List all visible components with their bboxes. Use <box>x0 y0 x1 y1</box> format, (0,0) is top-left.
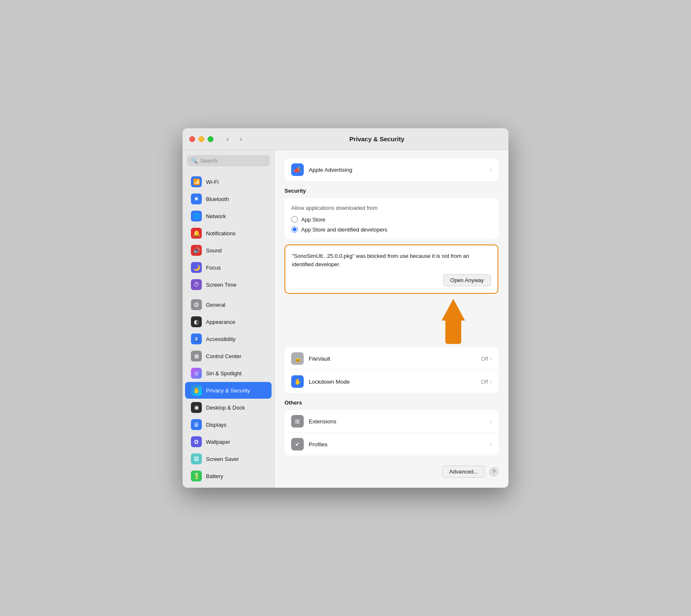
sidebar-item-label: Displays <box>206 422 226 428</box>
sidebar-item-label: Desktop & Dock <box>206 405 245 411</box>
apple-advertising-row[interactable]: 📣 Apple Advertising › <box>285 158 498 181</box>
security-section-title: Security <box>285 188 498 194</box>
lockdown-mode-value: Off <box>481 379 488 385</box>
displays-icon: 🖥 <box>191 419 202 430</box>
sidebar-item-label: Privacy & Security <box>206 387 250 394</box>
filevault-row[interactable]: 🔒 FileVault Off › <box>285 347 498 370</box>
sidebar-item-wallpaper[interactable]: ✿ Wallpaper <box>185 433 272 450</box>
sidebar-item-network[interactable]: 🌐 Network <box>185 208 272 224</box>
profiles-row[interactable]: ✔ Profiles › <box>285 433 498 456</box>
main-layout: 🔍 📶 Wi-Fi ✱ Bluetooth 🌐 Network <box>183 150 508 488</box>
sidebar-items: 📶 Wi-Fi ✱ Bluetooth 🌐 Network 🔔 Notifica… <box>183 171 274 486</box>
close-button[interactable] <box>189 136 195 142</box>
sidebar-item-screen-time[interactable]: ⏱ Screen Time <box>185 276 272 293</box>
focus-icon: 🌙 <box>191 262 202 273</box>
wifi-icon: 📶 <box>191 176 202 187</box>
sidebar-item-appearance[interactable]: ◐ Appearance <box>185 313 272 330</box>
others-section-title: Others <box>285 400 498 406</box>
profiles-icon: ✔ <box>291 438 304 451</box>
profiles-label: Profiles <box>309 441 490 448</box>
arrow-head-icon <box>442 299 465 321</box>
app-store-radio[interactable] <box>291 216 298 223</box>
open-anyway-button[interactable]: Open Anyway <box>443 274 491 286</box>
traffic-lights <box>189 136 213 142</box>
maximize-button[interactable] <box>208 136 213 142</box>
apple-advertising-card: 📣 Apple Advertising › <box>285 158 498 181</box>
privacy-security-icon: ✋ <box>191 385 202 396</box>
sidebar-item-focus[interactable]: 🌙 Focus <box>185 259 272 276</box>
sidebar-item-label: Battery <box>206 473 223 479</box>
sidebar-item-notifications[interactable]: 🔔 Notifications <box>185 225 272 242</box>
minimize-button[interactable] <box>198 136 204 142</box>
apple-advertising-label: Apple Advertising <box>309 167 490 173</box>
nav-buttons: ‹ › <box>222 133 247 145</box>
sidebar: 🔍 📶 Wi-Fi ✱ Bluetooth 🌐 Network <box>183 150 274 488</box>
app-store-label[interactable]: App Store <box>301 216 325 223</box>
lockdown-mode-row[interactable]: ✋ Lockdown Mode Off › <box>285 370 498 393</box>
extensions-label: Extensions <box>309 418 490 425</box>
app-store-identified-label[interactable]: App Store and identified developers <box>301 227 387 233</box>
control-center-icon: ▦ <box>191 351 202 361</box>
accessibility-icon: ♿ <box>191 333 202 344</box>
filevault-value: Off <box>481 356 488 362</box>
sidebar-item-screen-saver[interactable]: 🖼 Screen Saver <box>185 451 272 467</box>
sidebar-item-label: Bluetooth <box>206 196 229 202</box>
chevron-right-icon: › <box>490 418 492 425</box>
sidebar-item-sound[interactable]: 🔊 Sound <box>185 242 272 259</box>
sidebar-item-label: Siri & Spotlight <box>206 370 241 377</box>
desktop-dock-icon: ▣ <box>191 402 202 413</box>
bluetooth-icon: ✱ <box>191 193 202 204</box>
back-button[interactable]: ‹ <box>222 133 234 145</box>
blocked-message-box: "SonoSimUlt...25.0.0.pkg" was blocked fr… <box>285 244 498 294</box>
bottom-bar: Advanced... ? <box>285 461 498 479</box>
radio-row-app-store: App Store <box>291 216 492 223</box>
search-input[interactable] <box>200 158 266 164</box>
sidebar-item-privacy-security[interactable]: ✋ Privacy & Security <box>185 382 272 399</box>
sidebar-item-label: Focus <box>206 265 221 271</box>
sidebar-item-general[interactable]: ⚙ General <box>185 296 272 313</box>
screen-saver-icon: 🖼 <box>191 453 202 464</box>
filevault-label: FileVault <box>309 356 481 362</box>
sidebar-item-accessibility[interactable]: ♿ Accessibility <box>185 331 272 347</box>
sidebar-item-displays[interactable]: 🖥 Displays <box>185 416 272 433</box>
app-store-identified-radio[interactable] <box>291 226 298 233</box>
search-bar[interactable]: 🔍 <box>187 155 270 166</box>
arrow-annotation <box>285 299 498 344</box>
sidebar-item-control-center[interactable]: ▦ Control Center <box>185 348 272 364</box>
extensions-icon: ⊞ <box>291 415 304 428</box>
sidebar-item-desktop-dock[interactable]: ▣ Desktop & Dock <box>185 399 272 416</box>
chevron-right-icon: › <box>490 378 492 385</box>
chevron-right-icon: › <box>490 355 492 362</box>
sidebar-item-siri-spotlight[interactable]: ◎ Siri & Spotlight <box>185 365 272 382</box>
wallpaper-icon: ✿ <box>191 436 202 447</box>
arrow-shaft <box>445 321 461 344</box>
allow-label: Allow applications downloaded from <box>291 205 492 211</box>
security-box: Allow applications downloaded from App S… <box>285 198 498 239</box>
filevault-lockdown-card: 🔒 FileVault Off › ✋ Lockdown Mode Off › <box>285 347 498 393</box>
screen-time-icon: ⏱ <box>191 279 202 290</box>
lockdown-mode-label: Lockdown Mode <box>309 379 481 385</box>
advanced-button[interactable]: Advanced... <box>442 466 485 478</box>
sidebar-item-wifi[interactable]: 📶 Wi-Fi <box>185 173 272 190</box>
radio-group: App Store App Store and identified devel… <box>291 216 492 233</box>
sidebar-item-label: Wallpaper <box>206 439 230 445</box>
sidebar-item-label: Control Center <box>206 353 241 359</box>
network-icon: 🌐 <box>191 211 202 221</box>
search-icon: 🔍 <box>191 158 198 164</box>
sidebar-item-bluetooth[interactable]: ✱ Bluetooth <box>185 191 272 207</box>
sidebar-item-battery[interactable]: 🔋 Battery <box>185 468 272 484</box>
chevron-right-icon: › <box>490 166 492 173</box>
settings-window: ‹ › Privacy & Security 🔍 📶 Wi-Fi ✱ Bluet <box>183 128 508 488</box>
extensions-row[interactable]: ⊞ Extensions › <box>285 410 498 433</box>
notifications-icon: 🔔 <box>191 228 202 239</box>
sidebar-item-label: Notifications <box>206 230 236 237</box>
battery-icon: 🔋 <box>191 471 202 481</box>
forward-button[interactable]: › <box>235 133 247 145</box>
titlebar: ‹ › Privacy & Security <box>183 128 508 150</box>
sidebar-item-label: Network <box>206 213 226 219</box>
help-button[interactable]: ? <box>489 467 498 476</box>
general-icon: ⚙ <box>191 299 202 310</box>
others-card: ⊞ Extensions › ✔ Profiles › <box>285 410 498 456</box>
filevault-icon: 🔒 <box>291 352 304 365</box>
appearance-icon: ◐ <box>191 316 202 327</box>
